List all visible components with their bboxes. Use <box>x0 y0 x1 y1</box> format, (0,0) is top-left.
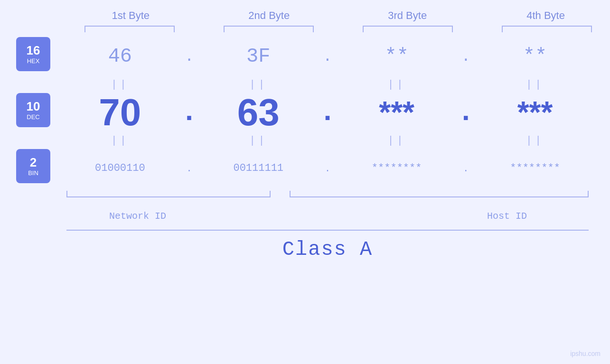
hex-b1: 46 <box>73 47 168 66</box>
main-container: 1st Byte 2nd Byte 3rd Byte 4th Byte 16 H… <box>0 0 610 364</box>
hex-badge-label: HEX <box>27 57 40 65</box>
hex-row: 16 HEX 46 . 3F . ** . ** <box>0 37 610 76</box>
hex-dot3: . <box>456 48 475 65</box>
byte3-header: 3rd Byte <box>360 9 455 22</box>
dec-dot1: . <box>180 96 199 129</box>
network-bracket <box>66 191 271 197</box>
hex-b4: ** <box>488 47 582 66</box>
class-row: Class A <box>0 238 610 261</box>
dec-badge-num: 10 <box>27 100 40 113</box>
byte-headers-row: 1st Byte 2nd Byte 3rd Byte 4th Byte <box>77 9 600 22</box>
hex-dot1: . <box>180 48 199 65</box>
equals-2: || || || || <box>66 132 589 149</box>
hex-b2: 3F <box>211 47 306 66</box>
watermark: ipshu.com <box>570 350 601 357</box>
bin-dot3: . <box>456 163 475 174</box>
bin-badge-num: 2 <box>30 156 37 169</box>
bracket-byte4 <box>502 26 592 32</box>
bin-b4: ******** <box>488 163 582 174</box>
dec-values: 70 . 63 . *** . *** <box>66 93 589 131</box>
equals-row-1: || || || || <box>0 76 610 93</box>
bracket-byte3 <box>363 26 453 32</box>
hex-b3: ** <box>349 47 444 66</box>
dec-b2: 63 <box>211 93 306 131</box>
bottom-bracket-container <box>66 191 589 210</box>
equals-1: || || || || <box>66 76 589 93</box>
dec-b1: 70 <box>73 93 168 131</box>
hex-dot2: . <box>318 48 337 65</box>
dec-badge: 10 DEC <box>16 93 50 127</box>
hex-values: 46 . 3F . ** . ** <box>66 47 589 66</box>
bracket-byte2 <box>224 26 314 32</box>
class-label: Class A <box>282 238 373 261</box>
class-label-container: Class A <box>66 238 589 261</box>
bin-b2: 00111111 <box>211 163 306 174</box>
bin-values: 01000110 . 00111111 . ******** . *******… <box>66 163 589 174</box>
full-bottom-line <box>66 230 589 231</box>
dec-row: 10 DEC 70 . 63 . *** . *** <box>0 93 610 132</box>
byte2-header: 2nd Byte <box>222 9 317 22</box>
dec-dot3: . <box>456 96 475 129</box>
hex-badge: 16 HEX <box>16 37 50 71</box>
top-brackets <box>77 26 600 32</box>
bin-dot2: . <box>318 163 337 174</box>
bottom-brackets-row <box>0 191 610 210</box>
bin-dot1: . <box>180 163 199 174</box>
bin-badge-label: BIN <box>28 169 38 177</box>
id-labels-row: Network ID Host ID <box>0 211 610 225</box>
bin-b3: ******** <box>349 163 444 174</box>
host-id-label: Host ID <box>487 211 527 222</box>
equals-row-2: || || || || <box>0 132 610 149</box>
id-labels-container: Network ID Host ID <box>66 211 589 225</box>
byte1-header: 1st Byte <box>83 9 178 22</box>
hex-badge-num: 16 <box>27 44 40 57</box>
dec-b4: *** <box>488 97 582 128</box>
full-line-row <box>0 230 610 231</box>
dec-b3: *** <box>349 97 444 128</box>
bin-row: 2 BIN 01000110 . 00111111 . ******** . <box>0 149 610 188</box>
bin-b1: 01000110 <box>73 163 168 174</box>
host-bracket <box>290 191 589 197</box>
bracket-byte1 <box>84 26 175 32</box>
dec-dot2: . <box>318 96 337 129</box>
byte4-header: 4th Byte <box>498 9 593 22</box>
network-id-label: Network ID <box>109 211 166 222</box>
bin-badge: 2 BIN <box>16 149 50 183</box>
dec-badge-label: DEC <box>27 113 39 121</box>
